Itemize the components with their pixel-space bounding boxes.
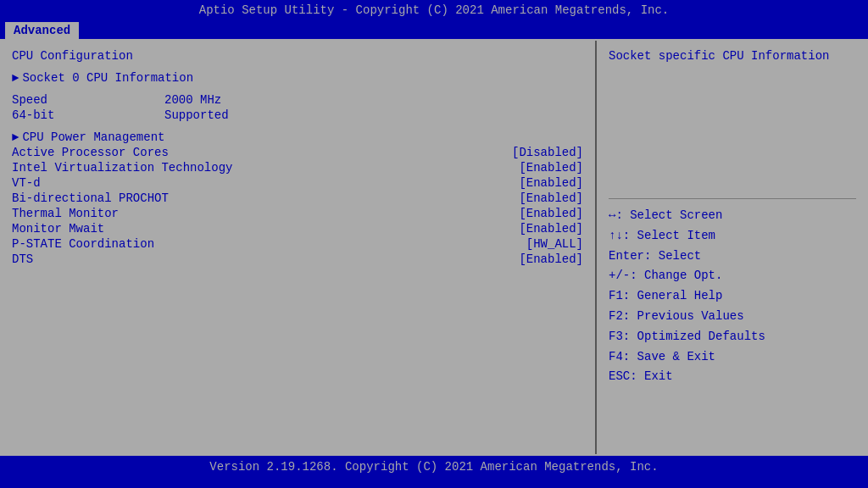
sub-value-0: [Disabled] [512, 146, 583, 159]
bottom-bar: Version 2.19.1268. Copyright (C) 2021 Am… [0, 454, 868, 478]
64bit-value: Supported [164, 108, 229, 122]
power-management-item[interactable]: ► CPU Power Management [12, 130, 583, 144]
sub-label-1: Intel Virtualization Technology [12, 161, 519, 175]
key-help-line-0: ↔: Select Screen [609, 206, 856, 226]
sub-label-4: Thermal Monitor [12, 207, 519, 220]
tab-advanced[interactable]: Advanced [5, 22, 79, 39]
socket-label: Socket 0 CPU Information [22, 71, 583, 85]
speed-row: Speed 2000 MHz [12, 93, 583, 107]
key-help-line-5: F2: Previous Values [609, 307, 856, 327]
section-title: CPU Configuration [12, 49, 583, 63]
key-help-line-7: F4: Save & Exit [609, 347, 856, 368]
key-help-line-2: Enter: Select [609, 247, 856, 267]
64bit-label: 64-bit [12, 108, 164, 122]
speed-value: 2000 MHz [164, 93, 221, 107]
key-help-line-6: F3: Optimized Defaults [609, 327, 856, 347]
sub-label-2: VT-d [12, 176, 519, 190]
key-help-line-8: ESC: Exit [609, 367, 856, 387]
right-panel: Socket specific CPU Information ↔: Selec… [597, 41, 868, 454]
sub-item-6[interactable]: P-STATE Coordination[HW_ALL] [12, 237, 583, 251]
power-label: CPU Power Management [22, 130, 583, 144]
sub-label-3: Bi-directional PROCHOT [12, 191, 519, 205]
key-help-line-1: ↑↓: Select Item [609, 226, 856, 247]
socket-item[interactable]: ► Socket 0 CPU Information [12, 71, 583, 85]
top-bar-title: Aptio Setup Utility - Copyright (C) 2021… [199, 3, 670, 17]
power-arrow: ► [12, 130, 19, 144]
sub-value-1: [Enabled] [519, 161, 583, 175]
sub-label-7: DTS [12, 252, 519, 266]
right-title: Socket specific CPU Information [609, 49, 856, 63]
sub-item-0[interactable]: Active Processor Cores[Disabled] [12, 146, 583, 159]
sub-value-3: [Enabled] [519, 191, 583, 205]
sub-item-4[interactable]: Thermal Monitor[Enabled] [12, 207, 583, 220]
sub-label-5: Monitor Mwait [12, 222, 519, 236]
sub-items-list: Active Processor Cores[Disabled]Intel Vi… [12, 146, 583, 266]
key-help: ↔: Select Screen↑↓: Select ItemEnter: Se… [609, 206, 856, 387]
sub-value-6: [HW_ALL] [526, 237, 583, 251]
sub-item-7[interactable]: DTS[Enabled] [12, 252, 583, 266]
top-bar: Aptio Setup Utility - Copyright (C) 2021… [0, 0, 868, 20]
tab-bar: Advanced [0, 20, 868, 39]
sub-value-4: [Enabled] [519, 207, 583, 220]
key-help-line-4: F1: General Help [609, 286, 856, 307]
main-content: CPU Configuration ► Socket 0 CPU Informa… [0, 39, 868, 454]
sub-item-3[interactable]: Bi-directional PROCHOT[Enabled] [12, 191, 583, 205]
sub-value-7: [Enabled] [519, 252, 583, 266]
sub-label-0: Active Processor Cores [12, 146, 512, 159]
sub-value-2: [Enabled] [519, 176, 583, 190]
64bit-row: 64-bit Supported [12, 108, 583, 122]
sub-value-5: [Enabled] [519, 222, 583, 236]
right-divider [609, 198, 856, 199]
sub-item-5[interactable]: Monitor Mwait[Enabled] [12, 222, 583, 236]
sub-item-1[interactable]: Intel Virtualization Technology[Enabled] [12, 161, 583, 175]
bottom-bar-text: Version 2.19.1268. Copyright (C) 2021 Am… [209, 460, 658, 474]
key-help-line-3: +/-: Change Opt. [609, 266, 856, 286]
left-panel: CPU Configuration ► Socket 0 CPU Informa… [0, 41, 597, 454]
sub-label-6: P-STATE Coordination [12, 237, 526, 251]
speed-label: Speed [12, 93, 164, 107]
sub-item-2[interactable]: VT-d[Enabled] [12, 176, 583, 190]
socket-arrow: ► [12, 71, 19, 85]
